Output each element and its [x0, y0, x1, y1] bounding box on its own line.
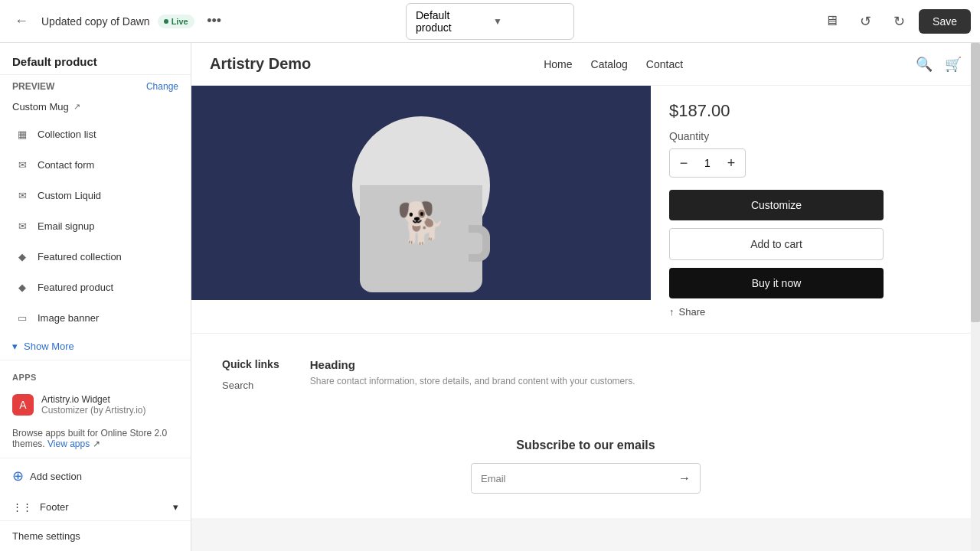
- footer-heading-col: Heading Share contact information, store…: [310, 358, 949, 396]
- preview-scrollbar-thumb: [971, 43, 980, 322]
- sidebar-item-label: Collection list: [38, 129, 96, 140]
- preview-scrollbar-track: [971, 43, 980, 551]
- undo-button[interactable]: ↺: [851, 8, 879, 35]
- search-icon[interactable]: 🔍: [916, 56, 933, 73]
- topbar-left: ← Updated copy of Dawn Live •••: [9, 9, 325, 34]
- store-footer: Quick links Search Heading Share contact…: [191, 333, 980, 518]
- live-label: Live: [172, 17, 188, 26]
- buy-now-button[interactable]: Buy it now: [669, 268, 884, 298]
- quantity-value: 1: [697, 157, 717, 169]
- show-more-button[interactable]: ▾ Show More: [0, 333, 191, 360]
- preview-area: Artistry Demo Home Catalog Contact 🔍 🛒: [191, 43, 980, 551]
- apps-section: APPS A Artistry.io Widget Customizer (by…: [0, 360, 191, 458]
- collection-list-icon: ▦: [15, 126, 30, 142]
- sidebar-bottom: ⊕ Add section ⋮⋮ Footer ▾ Theme settings: [0, 458, 191, 551]
- product-info: $187.00 Quantity − 1 + Customize Add to …: [651, 86, 980, 333]
- quantity-stepper: − 1 +: [669, 148, 746, 178]
- sidebar: Default product PREVIEW Change Custom Mu…: [0, 43, 191, 551]
- theme-settings-link[interactable]: Theme settings: [0, 520, 191, 551]
- footer-search-link[interactable]: Search: [222, 380, 279, 391]
- product-dropdown[interactable]: Default product ▼: [406, 3, 574, 40]
- nav-home[interactable]: Home: [544, 58, 572, 70]
- quantity-increase-button[interactable]: +: [717, 149, 745, 177]
- main-layout: Default product PREVIEW Change Custom Mu…: [0, 43, 980, 551]
- footer-label: Footer: [40, 501, 69, 513]
- sidebar-item-label: Email signup: [38, 220, 94, 232]
- change-preview-link[interactable]: Change: [146, 81, 178, 92]
- store-nav: Artistry Demo Home Catalog Contact 🔍 🛒: [191, 43, 980, 86]
- email-input[interactable]: [472, 465, 669, 492]
- show-more-label: Show More: [24, 341, 74, 352]
- sidebar-item-image-banner[interactable]: ▭ Image banner: [0, 302, 191, 333]
- footer-heading-sub: Share contact information, store details…: [310, 376, 949, 386]
- sidebar-scroll-area: ▦ Collection list ✉ Contact form ✉ Custo…: [0, 119, 191, 458]
- topbar-center: Default product ▼: [332, 3, 648, 40]
- desktop-view-button[interactable]: 🖥: [818, 8, 845, 35]
- app-sub: Customizer (by Artistry.io): [41, 405, 145, 416]
- app-item[interactable]: A Artistry.io Widget Customizer (by Arti…: [0, 388, 191, 422]
- preview-scrollable[interactable]: Artistry Demo Home Catalog Contact 🔍 🛒: [191, 43, 980, 551]
- redo-button[interactable]: ↻: [885, 8, 913, 35]
- preview-label: PREVIEW: [12, 81, 54, 92]
- product-image-area: 🐕: [191, 86, 651, 300]
- footer-columns: Quick links Search Heading Share contact…: [222, 358, 949, 396]
- sidebar-item-contact-form[interactable]: ✉ Contact form: [0, 149, 191, 180]
- sidebar-item-collection-list[interactable]: ▦ Collection list: [0, 119, 191, 149]
- external-link-icon: ↗: [74, 102, 80, 112]
- quantity-label: Quantity: [669, 130, 962, 142]
- sidebar-title: Default product: [12, 55, 178, 68]
- view-apps-link[interactable]: View apps: [47, 439, 90, 449]
- save-button[interactable]: Save: [919, 9, 971, 34]
- store-preview: Artistry Demo Home Catalog Contact 🔍 🛒: [191, 43, 980, 518]
- email-subscribe-row: →: [471, 463, 701, 494]
- apps-label: APPS: [0, 367, 191, 388]
- add-to-cart-button[interactable]: Add to cart: [669, 228, 884, 260]
- sidebar-item-footer[interactable]: ⋮⋮ Footer ▾: [0, 494, 191, 520]
- add-section-button[interactable]: ⊕ Add section: [0, 458, 191, 494]
- footer-icon: ⋮⋮: [12, 501, 32, 513]
- email-submit-button[interactable]: →: [669, 464, 700, 493]
- nav-catalog[interactable]: Catalog: [591, 58, 628, 70]
- cart-icon[interactable]: 🛒: [945, 56, 962, 73]
- share-button[interactable]: ↑ Share: [669, 306, 962, 318]
- sidebar-item-label: Custom Liquid: [38, 190, 101, 201]
- subscribe-section: Subscribe to our emails →: [222, 420, 949, 494]
- sidebar-item-featured-product[interactable]: ◆ Featured product: [0, 272, 191, 302]
- store-name-label: Updated copy of Dawn: [41, 15, 150, 28]
- share-icon: ↑: [669, 306, 675, 318]
- product-section: 🐕 $187.00 Quantity − 1 + Customize: [191, 86, 980, 333]
- sidebar-preview-row: PREVIEW Change: [0, 75, 191, 98]
- footer-quick-links: Quick links Search: [222, 358, 279, 396]
- sidebar-item-custom-liquid[interactable]: ✉ Custom Liquid: [0, 180, 191, 210]
- email-signup-icon: ✉: [15, 218, 30, 233]
- live-dot: [164, 19, 168, 24]
- customize-button[interactable]: Customize: [669, 190, 884, 220]
- more-options-button[interactable]: •••: [202, 9, 227, 34]
- live-badge: Live: [158, 15, 194, 28]
- image-banner-icon: ▭: [15, 310, 30, 325]
- topbar: ← Updated copy of Dawn Live ••• Default …: [0, 0, 980, 43]
- dropdown-value: Default product: [416, 9, 487, 34]
- plus-icon: ⊕: [12, 468, 24, 484]
- product-image-content: 🐕: [191, 86, 651, 300]
- nav-links: Home Catalog Contact: [544, 58, 683, 70]
- featured-collection-icon: ◆: [15, 249, 30, 264]
- custom-liquid-icon: ✉: [15, 187, 30, 203]
- topbar-right: 🖥 ↺ ↻ Save: [655, 8, 971, 35]
- nav-contact[interactable]: Contact: [646, 58, 683, 70]
- sidebar-item-email-signup[interactable]: ✉ Email signup: [0, 210, 191, 241]
- browse-apps-text: Browse apps built for Online Store 2.0 t…: [0, 422, 191, 455]
- back-button[interactable]: ←: [9, 9, 34, 34]
- quantity-decrease-button[interactable]: −: [670, 149, 697, 177]
- chevron-down-icon: ▾: [12, 341, 18, 352]
- sidebar-header: Default product: [0, 43, 191, 75]
- price-display: $187.00: [669, 101, 962, 121]
- app-name: Artistry.io Widget: [41, 394, 145, 405]
- sidebar-item-label: Featured collection: [38, 251, 122, 262]
- chevron-down-icon: ▾: [173, 501, 178, 513]
- footer-heading-title: Heading: [310, 358, 949, 371]
- nav-right: 🔍 🛒: [916, 56, 962, 73]
- sidebar-item-featured-collection[interactable]: ◆ Featured collection: [0, 241, 191, 272]
- external-link-icon: ↗: [93, 439, 100, 449]
- contact-form-icon: ✉: [15, 157, 30, 172]
